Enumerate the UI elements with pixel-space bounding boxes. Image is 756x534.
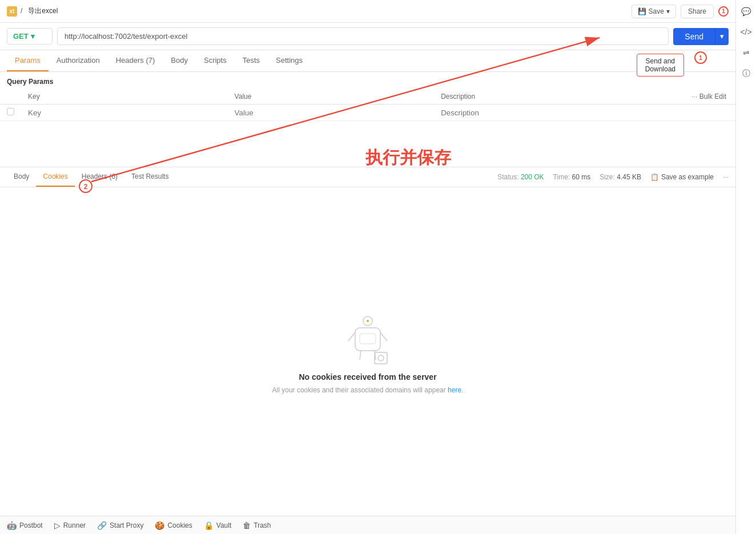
save-example-button[interactable]: 📋 Save as example xyxy=(650,173,714,181)
sidebar-code-icon[interactable]: </> xyxy=(738,25,754,39)
empty-title: No cookies received from the server xyxy=(299,372,436,382)
svg-point-5 xyxy=(367,320,369,322)
tab-headers[interactable]: Headers (7) xyxy=(108,50,163,71)
method-selector[interactable]: GET ▾ xyxy=(7,28,53,45)
tab-tests[interactable]: Tests xyxy=(235,50,268,71)
proxy-icon: 🔗 xyxy=(97,521,107,530)
send-dropdown-button[interactable]: ▾ xyxy=(715,28,729,45)
trash-icon: 🗑 xyxy=(243,521,251,530)
row-checkbox[interactable] xyxy=(7,108,14,115)
bottom-trash[interactable]: 🗑 Trash xyxy=(243,521,271,530)
resp-tab-cookies[interactable]: Cookies xyxy=(36,167,74,187)
svg-line-7 xyxy=(348,332,355,341)
col-value-header: Value xyxy=(228,89,435,105)
send-button[interactable]: Send xyxy=(673,28,715,45)
tab-params[interactable]: Params xyxy=(7,50,49,71)
runner-icon: ▷ xyxy=(54,521,61,530)
save-button[interactable]: 💾 Save ▾ xyxy=(632,5,676,18)
tab-body[interactable]: Body xyxy=(163,50,196,71)
top-bar: xt / 导出excel 💾 Save ▾ Share 1 xyxy=(0,0,735,23)
col-key-header: Key xyxy=(21,89,228,105)
empty-desc: All your cookies and their associated do… xyxy=(272,386,464,394)
bottom-cookies[interactable]: 🍪 Cookies xyxy=(155,521,192,530)
robot-illustration xyxy=(339,310,396,372)
resp-tab-test-results[interactable]: Test Results xyxy=(124,167,175,187)
value-input[interactable] xyxy=(235,109,428,117)
svg-rect-6 xyxy=(355,328,380,351)
size-label: Size: 4.45 KB xyxy=(600,173,641,181)
request-tabs-bar: Params Authorization Headers (7) Body Sc… xyxy=(0,50,735,72)
right-sidebar: 💬 </> ⇌ ⓘ xyxy=(735,0,756,534)
url-bar: GET ▾ Send ▾ xyxy=(0,23,735,50)
svg-rect-13 xyxy=(360,334,376,344)
bottom-bar: 🤖 Postbot ▷ Runner 🔗 Start Proxy 🍪 Cooki… xyxy=(0,516,735,534)
sidebar-swap-icon[interactable]: ⇌ xyxy=(741,46,752,59)
sidebar-chat-icon[interactable]: 💬 xyxy=(739,5,753,18)
send-group: Send ▾ xyxy=(673,28,729,45)
svg-rect-11 xyxy=(375,352,387,364)
bottom-start-proxy[interactable]: 🔗 Start Proxy xyxy=(97,521,143,530)
share-button[interactable]: Share xyxy=(681,5,714,18)
tab-settings[interactable]: Settings xyxy=(268,50,311,71)
table-row xyxy=(0,105,735,121)
postbot-icon: 🤖 xyxy=(7,521,17,530)
top-bar-actions: 💾 Save ▾ Share 1 xyxy=(632,5,729,18)
col-check xyxy=(0,89,21,105)
resp-tab-body[interactable]: Body xyxy=(7,167,36,187)
url-input[interactable] xyxy=(57,27,669,45)
notification-badge[interactable]: 1 xyxy=(718,6,729,17)
svg-line-8 xyxy=(380,332,387,341)
breadcrumb-area: xt / 导出excel xyxy=(7,6,627,17)
tab-authorization[interactable]: Authorization xyxy=(49,50,108,71)
bottom-runner[interactable]: ▷ Runner xyxy=(54,521,86,530)
response-tabs-bar: Body Cookies Headers (6) Test Results St… xyxy=(0,167,735,187)
vault-icon: 🔒 xyxy=(204,521,214,530)
empty-state: No cookies received from the server All … xyxy=(0,187,735,516)
tab-icon: xt xyxy=(7,6,17,17)
breadcrumb: / 导出excel xyxy=(21,6,58,16)
resp-tab-headers[interactable]: Headers (6) xyxy=(75,167,124,187)
bottom-postbot[interactable]: 🤖 Postbot xyxy=(7,521,43,530)
status-label: Status: 200 OK xyxy=(497,173,544,181)
tab-scripts[interactable]: Scripts xyxy=(196,50,235,71)
svg-point-12 xyxy=(378,355,384,361)
section-label-query-params: Query Params xyxy=(0,72,735,89)
bottom-vault[interactable]: 🔒 Vault xyxy=(204,521,231,530)
response-status-area: Status: 200 OK Time: 60 ms Size: 4.45 KB… xyxy=(497,173,729,181)
empty-here-link[interactable]: here xyxy=(448,386,461,394)
time-label: Time: 60 ms xyxy=(553,173,591,181)
bulk-edit-header[interactable]: ··· Bulk Edit xyxy=(641,89,735,105)
col-desc-header: Description xyxy=(434,89,641,105)
svg-line-9 xyxy=(360,351,361,360)
query-params-table: Key Value Description ··· Bulk Edit xyxy=(0,89,735,121)
key-input[interactable] xyxy=(28,109,221,117)
cookies-icon: 🍪 xyxy=(155,521,164,530)
desc-input[interactable] xyxy=(441,109,634,117)
sidebar-info-icon[interactable]: ⓘ xyxy=(740,66,753,81)
response-more-button[interactable]: ··· xyxy=(723,173,729,181)
annotation-circle-1: 1 xyxy=(694,51,707,64)
